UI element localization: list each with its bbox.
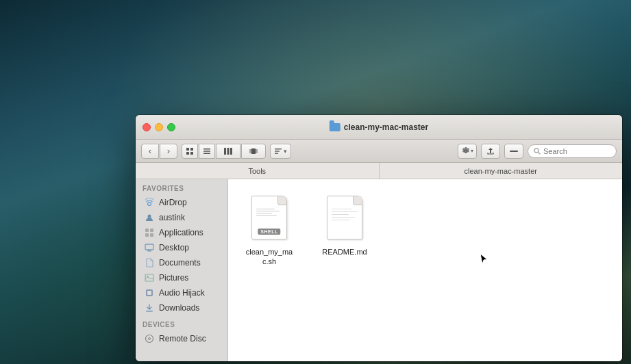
folder-icon xyxy=(330,123,341,131)
applications-icon xyxy=(144,227,155,238)
svg-rect-4 xyxy=(203,148,210,150)
svg-point-33 xyxy=(149,338,151,340)
path-segment-tools[interactable]: Tools xyxy=(136,163,380,179)
close-button[interactable] xyxy=(143,123,151,131)
view-buttons xyxy=(182,144,266,159)
traffic-lights xyxy=(143,123,175,131)
remote-disc-label: Remote Disc xyxy=(159,334,206,343)
svg-rect-6 xyxy=(203,153,210,154)
gear-action-button[interactable]: ▾ xyxy=(458,144,477,159)
downloads-label: Downloads xyxy=(159,303,199,313)
svg-rect-15 xyxy=(275,153,278,154)
remote-disc-icon xyxy=(144,333,155,344)
audio-hijack-label: Audio Hijack xyxy=(159,288,205,298)
svg-rect-25 xyxy=(145,244,153,250)
desktop-label: Desktop xyxy=(159,243,189,252)
downloads-icon xyxy=(144,302,155,313)
documents-icon xyxy=(144,257,155,268)
readme-file-icon xyxy=(323,193,367,242)
back-button[interactable]: ‹ xyxy=(141,144,159,159)
svg-rect-0 xyxy=(186,148,189,151)
forward-button[interactable]: › xyxy=(160,144,177,159)
svg-rect-26 xyxy=(147,250,151,252)
airdrop-icon xyxy=(144,197,155,208)
pictures-label: Pictures xyxy=(159,273,188,283)
svg-point-20 xyxy=(148,215,151,218)
list-view-button[interactable] xyxy=(199,144,215,159)
audio-hijack-icon xyxy=(144,287,155,298)
pictures-icon xyxy=(144,272,155,283)
sidebar-item-documents[interactable]: Documents xyxy=(137,255,226,270)
minimize-button[interactable] xyxy=(155,123,163,131)
svg-rect-27 xyxy=(145,274,153,281)
airdrop-label: AirDrop xyxy=(159,198,187,207)
window-title: clean-my-mac-master xyxy=(330,122,428,132)
sidebar-item-desktop[interactable]: Desktop xyxy=(137,240,226,255)
favorites-header: Favorites xyxy=(136,179,227,195)
svg-rect-14 xyxy=(275,151,280,152)
svg-rect-2 xyxy=(186,152,189,155)
sidebar-item-audio-hijack[interactable]: Audio Hijack xyxy=(137,285,226,300)
svg-rect-23 xyxy=(145,233,149,237)
coverflow-view-button[interactable] xyxy=(241,144,266,159)
toolbar: ‹ › xyxy=(136,140,622,163)
shell-badge: SHELL xyxy=(258,229,280,235)
nav-buttons: ‹ › xyxy=(141,144,177,159)
svg-line-18 xyxy=(539,152,541,154)
arrange-dropdown[interactable]: ▾ xyxy=(270,144,291,159)
maximize-button[interactable] xyxy=(167,123,175,131)
svg-rect-10 xyxy=(251,148,256,154)
main-area: Favorites AirDrop xyxy=(136,179,622,361)
file-item-shell[interactable]: SHELL clean_my_mac.sh xyxy=(242,193,297,268)
svg-point-32 xyxy=(146,335,153,343)
svg-rect-16 xyxy=(510,151,518,152)
path-bar: Tools clean-my-mac-master xyxy=(136,163,622,179)
svg-rect-12 xyxy=(256,149,258,153)
content-area: SHELL clean_my_mac.sh xyxy=(228,179,622,361)
sidebar-item-pictures[interactable]: Pictures xyxy=(137,270,226,285)
shell-file-icon: SHELL xyxy=(247,193,291,242)
sidebar-item-airdrop[interactable]: AirDrop xyxy=(137,195,226,210)
desktop-icon xyxy=(144,242,155,253)
sidebar: Favorites AirDrop xyxy=(136,179,228,361)
share-button[interactable] xyxy=(481,144,500,159)
devices-header: Devices xyxy=(136,315,227,331)
column-view-button[interactable] xyxy=(216,144,240,159)
documents-label: Documents xyxy=(159,258,201,268)
finder-window: clean-my-mac-master ‹ › xyxy=(136,115,622,361)
sidebar-item-austink[interactable]: austink xyxy=(137,210,226,225)
file-item-readme[interactable]: README.md xyxy=(317,193,372,257)
svg-rect-1 xyxy=(190,148,193,151)
sidebar-item-remote-disc[interactable]: Remote Disc xyxy=(137,331,226,346)
search-icon xyxy=(534,148,541,155)
tag-button[interactable] xyxy=(504,144,523,159)
svg-rect-5 xyxy=(203,151,210,152)
svg-rect-9 xyxy=(230,148,232,155)
svg-rect-3 xyxy=(190,152,193,155)
icon-view-button[interactable] xyxy=(182,144,198,159)
svg-rect-22 xyxy=(150,229,153,232)
user-icon xyxy=(144,212,155,223)
svg-rect-7 xyxy=(224,148,226,155)
applications-label: Applications xyxy=(159,228,203,237)
path-segment-master[interactable]: clean-my-mac-master xyxy=(380,163,623,179)
search-box[interactable] xyxy=(528,144,617,158)
svg-point-19 xyxy=(148,203,151,206)
search-input[interactable] xyxy=(543,147,598,155)
svg-rect-13 xyxy=(275,148,282,150)
sidebar-item-applications[interactable]: Applications xyxy=(137,225,226,240)
svg-rect-30 xyxy=(147,291,151,295)
title-bar: clean-my-mac-master xyxy=(136,115,622,140)
svg-rect-21 xyxy=(145,229,149,232)
shell-file-name: clean_my_mac.sh xyxy=(242,246,297,268)
svg-rect-8 xyxy=(227,148,230,155)
readme-file-name: README.md xyxy=(320,246,369,257)
sidebar-item-downloads[interactable]: Downloads xyxy=(137,300,226,315)
svg-rect-24 xyxy=(150,233,153,237)
svg-rect-31 xyxy=(146,311,153,312)
austink-label: austink xyxy=(159,213,185,222)
svg-rect-11 xyxy=(249,149,251,153)
